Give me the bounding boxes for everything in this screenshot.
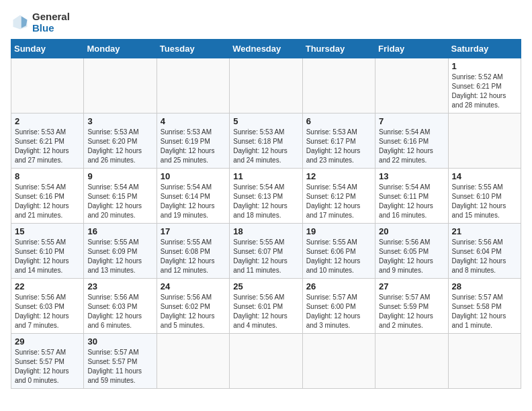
calendar-cell: 15Sunrise: 5:55 AMSunset: 6:10 PMDayligh… — [11, 224, 84, 279]
calendar-cell: 19Sunrise: 5:55 AMSunset: 6:06 PMDayligh… — [302, 224, 375, 279]
day-number: 18 — [233, 226, 298, 236]
calendar-cell: 10Sunrise: 5:54 AMSunset: 6:14 PMDayligh… — [157, 169, 229, 224]
header-row: SundayMondayTuesdayWednesdayThursdayFrid… — [11, 40, 521, 58]
day-number: 29 — [15, 336, 80, 347]
calendar-cell — [157, 58, 229, 113]
day-number: 7 — [379, 116, 444, 126]
col-header-tuesday: Tuesday — [157, 40, 229, 58]
day-number: 11 — [233, 171, 298, 181]
cell-details: Sunrise: 5:53 AMSunset: 6:21 PMDaylight:… — [15, 128, 69, 164]
calendar-cell — [84, 58, 157, 113]
cell-details: Sunrise: 5:56 AMSunset: 6:03 PMDaylight:… — [15, 293, 69, 329]
calendar-cell — [11, 58, 84, 113]
day-number: 23 — [87, 281, 152, 291]
col-header-friday: Friday — [375, 40, 448, 58]
cell-details: Sunrise: 5:57 AMSunset: 6:00 PMDaylight:… — [306, 293, 361, 329]
day-number: 8 — [15, 171, 80, 181]
col-header-thursday: Thursday — [302, 40, 375, 58]
week-row-1: 1Sunrise: 5:52 AMSunset: 6:21 PMDaylight… — [11, 58, 521, 113]
day-number: 22 — [15, 281, 80, 291]
cell-details: Sunrise: 5:56 AMSunset: 6:04 PMDaylight:… — [452, 238, 506, 274]
calendar-cell: 23Sunrise: 5:56 AMSunset: 6:03 PMDayligh… — [84, 279, 157, 334]
day-number: 28 — [452, 281, 517, 291]
week-row-2: 2Sunrise: 5:53 AMSunset: 6:21 PMDaylight… — [11, 113, 521, 169]
cell-details: Sunrise: 5:56 AMSunset: 6:05 PMDaylight:… — [379, 238, 433, 274]
logo-text: General Blue — [32, 11, 70, 34]
day-number: 1 — [452, 61, 517, 71]
calendar-cell: 26Sunrise: 5:57 AMSunset: 6:00 PMDayligh… — [302, 279, 375, 334]
calendar-cell: 1Sunrise: 5:52 AMSunset: 6:21 PMDaylight… — [448, 58, 521, 113]
cell-details: Sunrise: 5:55 AMSunset: 6:10 PMDaylight:… — [452, 183, 506, 219]
cell-details: Sunrise: 5:54 AMSunset: 6:11 PMDaylight:… — [379, 183, 433, 219]
day-number: 12 — [306, 171, 371, 181]
cell-details: Sunrise: 5:55 AMSunset: 6:07 PMDaylight:… — [233, 238, 287, 274]
cell-details: Sunrise: 5:53 AMSunset: 6:20 PMDaylight:… — [87, 128, 142, 164]
day-number: 5 — [233, 116, 298, 126]
day-number: 3 — [87, 116, 152, 126]
day-number: 17 — [161, 226, 226, 236]
cell-details: Sunrise: 5:54 AMSunset: 6:12 PMDaylight:… — [306, 183, 361, 219]
col-header-monday: Monday — [84, 40, 157, 58]
cell-details: Sunrise: 5:54 AMSunset: 6:14 PMDaylight:… — [161, 183, 215, 219]
col-header-sunday: Sunday — [11, 40, 84, 58]
calendar-cell — [302, 334, 375, 389]
cell-details: Sunrise: 5:54 AMSunset: 6:16 PMDaylight:… — [15, 183, 69, 219]
cell-details: Sunrise: 5:55 AMSunset: 6:10 PMDaylight:… — [15, 238, 69, 274]
cell-details: Sunrise: 5:54 AMSunset: 6:15 PMDaylight:… — [87, 183, 142, 219]
cell-details: Sunrise: 5:57 AMSunset: 5:58 PMDaylight:… — [452, 293, 506, 329]
calendar-cell: 8Sunrise: 5:54 AMSunset: 6:16 PMDaylight… — [11, 169, 84, 224]
day-number: 25 — [233, 281, 298, 291]
calendar-cell: 2Sunrise: 5:53 AMSunset: 6:21 PMDaylight… — [11, 113, 84, 169]
cell-details: Sunrise: 5:53 AMSunset: 6:19 PMDaylight:… — [161, 128, 215, 164]
day-number: 26 — [306, 281, 371, 291]
calendar-cell — [375, 58, 448, 113]
day-number: 15 — [15, 226, 80, 236]
page-header: General Blue — [11, 11, 521, 34]
cell-details: Sunrise: 5:57 AMSunset: 5:57 PMDaylight:… — [15, 349, 69, 384]
calendar-cell: 28Sunrise: 5:57 AMSunset: 5:58 PMDayligh… — [448, 279, 521, 334]
logo: General Blue — [11, 11, 70, 34]
calendar-cell — [302, 58, 375, 113]
cell-details: Sunrise: 5:57 AMSunset: 5:57 PMDaylight:… — [87, 349, 142, 384]
cell-details: Sunrise: 5:57 AMSunset: 5:59 PMDaylight:… — [379, 293, 433, 329]
calendar-cell: 18Sunrise: 5:55 AMSunset: 6:07 PMDayligh… — [230, 224, 302, 279]
calendar-cell: 21Sunrise: 5:56 AMSunset: 6:04 PMDayligh… — [448, 224, 521, 279]
cell-details: Sunrise: 5:53 AMSunset: 6:18 PMDaylight:… — [233, 128, 287, 164]
day-number: 13 — [379, 171, 444, 181]
cell-details: Sunrise: 5:55 AMSunset: 6:08 PMDaylight:… — [161, 238, 215, 274]
day-number: 2 — [15, 116, 80, 126]
week-row-6: 29Sunrise: 5:57 AMSunset: 5:57 PMDayligh… — [11, 334, 521, 389]
calendar-cell: 20Sunrise: 5:56 AMSunset: 6:05 PMDayligh… — [375, 224, 448, 279]
day-number: 21 — [452, 226, 517, 236]
week-row-5: 22Sunrise: 5:56 AMSunset: 6:03 PMDayligh… — [11, 279, 521, 334]
cell-details: Sunrise: 5:56 AMSunset: 6:01 PMDaylight:… — [233, 293, 287, 329]
calendar-cell — [448, 113, 521, 169]
calendar-table: SundayMondayTuesdayWednesdayThursdayFrid… — [11, 39, 521, 389]
day-number: 4 — [161, 116, 226, 126]
day-number: 14 — [452, 171, 517, 181]
logo-icon — [11, 13, 30, 32]
calendar-cell: 4Sunrise: 5:53 AMSunset: 6:19 PMDaylight… — [157, 113, 229, 169]
cell-details: Sunrise: 5:54 AMSunset: 6:16 PMDaylight:… — [379, 128, 433, 164]
calendar-cell: 7Sunrise: 5:54 AMSunset: 6:16 PMDaylight… — [375, 113, 448, 169]
calendar-cell: 16Sunrise: 5:55 AMSunset: 6:09 PMDayligh… — [84, 224, 157, 279]
calendar-cell: 13Sunrise: 5:54 AMSunset: 6:11 PMDayligh… — [375, 169, 448, 224]
calendar-cell: 25Sunrise: 5:56 AMSunset: 6:01 PMDayligh… — [230, 279, 302, 334]
col-header-saturday: Saturday — [448, 40, 521, 58]
calendar-cell — [448, 334, 521, 389]
day-number: 20 — [379, 226, 444, 236]
calendar-cell: 6Sunrise: 5:53 AMSunset: 6:17 PMDaylight… — [302, 113, 375, 169]
day-number: 19 — [306, 226, 371, 236]
calendar-cell: 3Sunrise: 5:53 AMSunset: 6:20 PMDaylight… — [84, 113, 157, 169]
cell-details: Sunrise: 5:55 AMSunset: 6:09 PMDaylight:… — [87, 238, 142, 274]
calendar-cell: 29Sunrise: 5:57 AMSunset: 5:57 PMDayligh… — [11, 334, 84, 389]
day-number: 9 — [87, 171, 152, 181]
calendar-cell: 5Sunrise: 5:53 AMSunset: 6:18 PMDaylight… — [230, 113, 302, 169]
calendar-cell: 24Sunrise: 5:56 AMSunset: 6:02 PMDayligh… — [157, 279, 229, 334]
col-header-wednesday: Wednesday — [230, 40, 302, 58]
day-number: 24 — [161, 281, 226, 291]
week-row-3: 8Sunrise: 5:54 AMSunset: 6:16 PMDaylight… — [11, 169, 521, 224]
calendar-cell: 30Sunrise: 5:57 AMSunset: 5:57 PMDayligh… — [84, 334, 157, 389]
day-number: 6 — [306, 116, 371, 126]
calendar-cell: 22Sunrise: 5:56 AMSunset: 6:03 PMDayligh… — [11, 279, 84, 334]
